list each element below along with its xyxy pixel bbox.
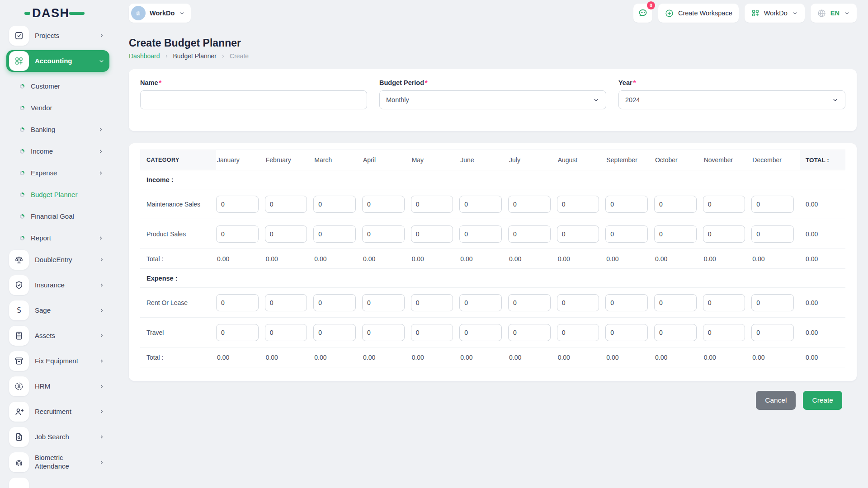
budget-amount-input[interactable] (654, 294, 697, 311)
biometric-attendance-icon (9, 452, 29, 472)
sidebar-item-hrm[interactable]: HRM (6, 375, 109, 397)
sidebar-item-banking[interactable]: Banking (6, 119, 109, 141)
year-select[interactable]: 2024 (618, 90, 845, 109)
budget-amount-input[interactable] (605, 225, 648, 243)
budget-amount-input[interactable] (313, 225, 356, 243)
messages-button[interactable]: 0 (633, 4, 652, 23)
budget-amount-input[interactable] (411, 196, 453, 213)
breadcrumb-budget-planner[interactable]: Budget Planner (173, 52, 217, 60)
budget-amount-input[interactable] (508, 324, 551, 341)
sidebar-item-expense[interactable]: Expense (6, 162, 109, 184)
sidebar-item-projects[interactable]: Projects (6, 26, 109, 47)
budget-amount-input[interactable] (751, 225, 794, 243)
create-workspace-button[interactable]: Create Workspace (658, 4, 739, 23)
cancel-button[interactable]: Cancel (756, 391, 796, 410)
budget-amount-input[interactable] (216, 225, 259, 243)
sidebar-item-budget-planner[interactable]: Budget Planner (6, 184, 109, 206)
budget-amount-input[interactable] (216, 294, 259, 311)
chat-icon (637, 8, 648, 19)
budget-amount-input[interactable] (508, 294, 551, 311)
budget-period-select[interactable]: Monthly (379, 90, 606, 109)
sidebar-item-recruitment[interactable]: Recruitment (6, 401, 109, 422)
budget-row-rent-or-lease: Rent Or Lease0.00 (140, 288, 845, 318)
budget-amount-input[interactable] (265, 324, 307, 341)
budget-amount-input[interactable] (459, 196, 502, 213)
budget-amount-input[interactable] (362, 196, 405, 213)
month-total-value: 0.00 (703, 255, 752, 263)
sidebar-item-assets[interactable]: Assets (6, 325, 109, 347)
budget-amount-input[interactable] (459, 324, 502, 341)
budget-amount-input[interactable] (654, 225, 697, 243)
month-cell (508, 196, 557, 213)
section-total-row: Total :0.000.000.000.000.000.000.000.000… (140, 249, 845, 269)
sidebar-item-fix-equipment[interactable]: Fix Equipment (6, 350, 109, 372)
name-input[interactable] (140, 90, 367, 109)
budget-amount-input[interactable] (654, 196, 697, 213)
sidebar-item-job-search[interactable]: Job Search (6, 426, 109, 448)
budget-amount-input[interactable] (605, 294, 648, 311)
budget-amount-input[interactable] (265, 196, 307, 213)
workspace-selector[interactable]: WorkDo (129, 4, 191, 23)
budget-amount-input[interactable] (557, 225, 599, 243)
budget-amount-input[interactable] (362, 225, 405, 243)
budget-period-value: Monthly (386, 96, 409, 103)
budget-amount-input[interactable] (654, 324, 697, 341)
budget-amount-input[interactable] (508, 225, 551, 243)
budget-amount-input[interactable] (703, 225, 745, 243)
month-cell (557, 196, 606, 213)
budget-amount-input[interactable] (605, 324, 648, 341)
budget-amount-input[interactable] (557, 196, 599, 213)
budget-amount-input[interactable] (605, 196, 648, 213)
budget-amount-input[interactable] (313, 324, 356, 341)
budget-amount-input[interactable] (508, 196, 551, 213)
sidebar-item-sage[interactable]: SSage (6, 300, 109, 321)
budget-amount-input[interactable] (313, 294, 356, 311)
month-total-value: 0.00 (216, 255, 265, 263)
budget-amount-input[interactable] (459, 294, 502, 311)
budget-amount-input[interactable] (751, 196, 794, 213)
month-cell (703, 324, 752, 341)
workdo-menu-button[interactable]: WorkDo (745, 4, 805, 23)
chevron-down-icon (179, 10, 185, 17)
budget-amount-input[interactable] (265, 225, 307, 243)
create-button[interactable]: Create (803, 391, 842, 410)
budget-amount-input[interactable] (411, 324, 453, 341)
budget-amount-input[interactable] (265, 294, 307, 311)
budget-amount-input[interactable] (216, 324, 259, 341)
month-cell (751, 196, 800, 213)
budget-amount-input[interactable] (557, 294, 599, 311)
budget-amount-input[interactable] (362, 324, 405, 341)
breadcrumb-dashboard[interactable]: Dashboard (129, 52, 160, 60)
sidebar-item-financial-goal[interactable]: Financial Goal (6, 206, 109, 227)
budget-amount-input[interactable] (459, 225, 502, 243)
budget-amount-input[interactable] (703, 294, 745, 311)
budget-amount-input[interactable] (703, 196, 745, 213)
budget-period-field-group: Budget Period* Monthly (379, 79, 606, 109)
budget-amount-input[interactable] (703, 324, 745, 341)
budget-amount-input[interactable] (313, 196, 356, 213)
month-total-value: 0.00 (703, 354, 752, 361)
budget-amount-input[interactable] (557, 324, 599, 341)
bullet-icon (20, 236, 24, 240)
budget-amount-input[interactable] (751, 294, 794, 311)
sidebar-item-report[interactable]: Report (6, 227, 109, 249)
budget-amount-input[interactable] (411, 294, 453, 311)
sidebar-item-customer[interactable]: Customer (6, 75, 109, 97)
chevron-down-icon (844, 10, 850, 17)
sidebar-item-label: Fix Equipment (35, 357, 78, 366)
sidebar-item-vendor[interactable]: Vendor (6, 97, 109, 119)
budget-amount-input[interactable] (216, 196, 259, 213)
sidebar-item-accounting[interactable]: Accounting (6, 50, 109, 72)
job-search-icon (9, 427, 29, 447)
sidebar-item-doubleentry[interactable]: DoubleEntry (6, 249, 109, 271)
budget-amount-input[interactable] (362, 294, 405, 311)
sidebar-item-income[interactable]: Income (6, 141, 109, 162)
sidebar-item-biometric-attendance[interactable]: Biometric Attendance (6, 451, 109, 473)
sidebar-item-label: Projects (35, 32, 59, 40)
language-selector[interactable]: EN (811, 4, 857, 23)
dash-logo[interactable]: DASH (24, 7, 85, 19)
globe-icon (817, 9, 826, 18)
sidebar-item-insurance[interactable]: Insurance (6, 274, 109, 296)
budget-amount-input[interactable] (751, 324, 794, 341)
budget-amount-input[interactable] (411, 225, 453, 243)
